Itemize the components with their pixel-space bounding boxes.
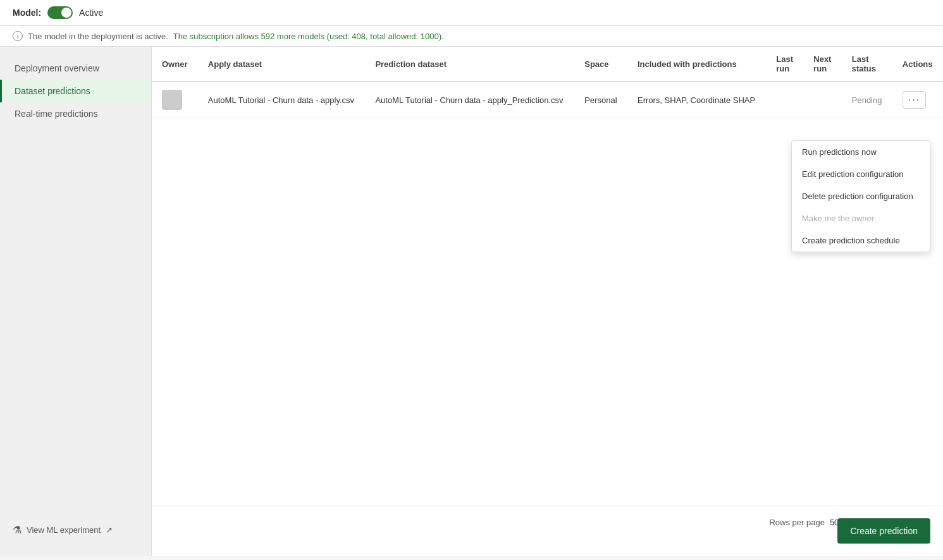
main-layout: Deployment overview Dataset predictions … bbox=[0, 47, 943, 556]
info-text-normal: The model in the deployment is active. bbox=[28, 32, 168, 41]
actions-dropdown-menu: Run predictions now Edit prediction conf… bbox=[791, 140, 930, 252]
dropdown-create-schedule[interactable]: Create prediction schedule bbox=[792, 229, 930, 252]
experiment-icon: ⚗ bbox=[13, 524, 22, 536]
dropdown-run-predictions[interactable]: Run predictions now bbox=[792, 141, 930, 163]
cell-prediction-dataset: AutoML Tutorial - Churn data - apply_Pre… bbox=[365, 82, 574, 118]
table-header-row: Owner Apply dataset Prediction dataset S… bbox=[152, 47, 943, 82]
footer-bar: Rows per page 50 ⌄ 1–1 of 1 ‹ › bbox=[152, 506, 943, 538]
cell-next-run bbox=[803, 82, 841, 118]
dropdown-delete-prediction[interactable]: Delete prediction configuration bbox=[792, 185, 930, 207]
cell-apply-dataset: AutoML Tutorial - Churn data - apply.csv bbox=[198, 82, 366, 118]
info-icon: i bbox=[13, 31, 23, 41]
dropdown-edit-prediction[interactable]: Edit prediction configuration bbox=[792, 163, 930, 185]
sidebar-item-dataset-predictions-label: Dataset predictions bbox=[15, 86, 90, 96]
cell-owner bbox=[152, 82, 198, 118]
cell-actions: ··· bbox=[892, 82, 943, 118]
cell-last-run bbox=[766, 82, 803, 118]
col-last-run: Lastrun bbox=[766, 47, 803, 82]
col-apply-dataset: Apply dataset bbox=[198, 47, 366, 82]
col-included-with-predictions: Included with predictions bbox=[627, 47, 766, 82]
sidebar-item-realtime-predictions[interactable]: Real-time predictions bbox=[0, 102, 151, 125]
model-toggle[interactable] bbox=[47, 6, 73, 19]
header-bar: Model: Active bbox=[0, 0, 943, 26]
info-text-green: The subscription allows 592 more models … bbox=[173, 32, 444, 41]
rows-per-page-control: Rows per page 50 ⌄ bbox=[769, 518, 848, 527]
dropdown-make-me-owner: Make me the owner bbox=[792, 207, 930, 229]
info-bar: i The model in the deployment is active.… bbox=[0, 26, 943, 47]
col-actions: Actions bbox=[892, 47, 943, 82]
cell-included-with-predictions: Errors, SHAP, Coordinate SHAP bbox=[627, 82, 766, 118]
active-status: Active bbox=[79, 8, 103, 18]
model-label: Model: bbox=[13, 8, 41, 18]
cell-last-status: Pending bbox=[842, 82, 892, 118]
col-last-status: Laststatus bbox=[842, 47, 892, 82]
col-owner: Owner bbox=[152, 47, 198, 82]
col-next-run: Nextrun bbox=[803, 47, 841, 82]
external-link-icon: ↗ bbox=[106, 525, 113, 535]
sidebar-item-deployment-overview-label: Deployment overview bbox=[15, 63, 99, 73]
status-pending-badge: Pending bbox=[852, 95, 882, 105]
content-area: Owner Apply dataset Prediction dataset S… bbox=[152, 47, 943, 556]
sidebar-item-deployment-overview[interactable]: Deployment overview bbox=[0, 57, 151, 80]
sidebar-item-realtime-predictions-label: Real-time predictions bbox=[15, 109, 98, 119]
predictions-table: Owner Apply dataset Prediction dataset S… bbox=[152, 47, 943, 118]
table-container: Owner Apply dataset Prediction dataset S… bbox=[152, 47, 943, 506]
sidebar-footer-view-ml[interactable]: ⚗ View ML experiment ↗ bbox=[0, 514, 151, 546]
bottom-area: Rows per page 50 ⌄ 1–1 of 1 ‹ › Create p… bbox=[152, 506, 943, 556]
col-prediction-dataset: Prediction dataset bbox=[365, 47, 574, 82]
sidebar-nav: Deployment overview Dataset predictions … bbox=[0, 57, 151, 125]
sidebar-item-dataset-predictions[interactable]: Dataset predictions bbox=[0, 80, 151, 102]
create-prediction-button[interactable]: Create prediction bbox=[837, 518, 930, 544]
owner-avatar bbox=[162, 90, 182, 110]
view-ml-label: View ML experiment bbox=[27, 525, 101, 535]
actions-menu-button[interactable]: ··· bbox=[903, 91, 926, 109]
sidebar: Deployment overview Dataset predictions … bbox=[0, 47, 152, 556]
rows-per-page-label: Rows per page bbox=[769, 518, 824, 527]
table-row: AutoML Tutorial - Churn data - apply.csv… bbox=[152, 82, 943, 118]
col-space: Space bbox=[574, 47, 627, 82]
cell-space: Personal bbox=[574, 82, 627, 118]
